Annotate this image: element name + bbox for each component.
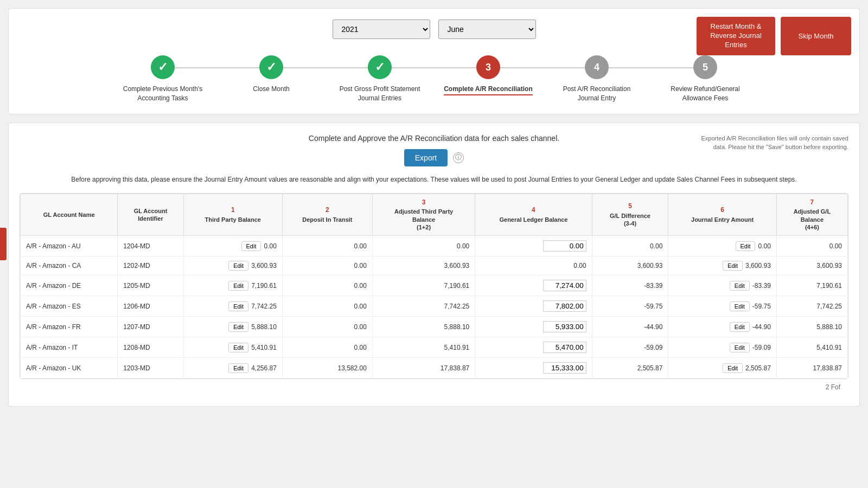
table-row: A/R - Amazon - ES 1206-MD Edit 7,742.25 … bbox=[21, 296, 848, 317]
step-4: 3 Complete A/R Reconciliation bbox=[434, 55, 542, 94]
cell-adj-gl: 7,742.25 bbox=[776, 296, 847, 317]
top-right-buttons: Restart Month & Reverse Journal Entries … bbox=[697, 17, 851, 55]
col-adj-gl: 7 Adjusted G/LBalance(4+6) bbox=[776, 194, 847, 235]
cell-third-party: Edit 4,256.87 bbox=[183, 358, 282, 378]
restart-button[interactable]: Restart Month & Reverse Journal Entries bbox=[697, 17, 775, 55]
edit-third-party-btn[interactable]: Edit bbox=[241, 241, 261, 251]
table-row: A/R - Amazon - CA 1202-MD Edit 3,600.93 … bbox=[21, 256, 848, 275]
cell-gl-balance bbox=[475, 236, 592, 256]
pagination: 2 Fof bbox=[20, 379, 848, 395]
edit-journal-btn[interactable]: Edit bbox=[730, 343, 750, 352]
export-center: Complete and Approve the A/R Reconciliat… bbox=[171, 134, 697, 166]
step-1: ✓ Complete Previous Month'sAccounting Ta… bbox=[108, 55, 217, 103]
cell-deposit: 0.00 bbox=[282, 275, 372, 296]
step-3-circle: ✓ bbox=[368, 55, 392, 79]
cell-adj-gl: 17,838.87 bbox=[776, 358, 847, 378]
cell-deposit: 0.00 bbox=[282, 337, 372, 358]
cell-id: 1206-MD bbox=[118, 296, 183, 317]
edit-third-party-btn[interactable]: Edit bbox=[228, 261, 248, 271]
export-note: Exported A/R Reconciliation files will o… bbox=[697, 134, 848, 152]
step-5: 4 Post A/R ReconciliationJournal Entry bbox=[542, 55, 651, 103]
step-1-circle: ✓ bbox=[151, 55, 175, 79]
gl-balance-input[interactable] bbox=[543, 240, 586, 252]
step-6-label: Review Refund/GeneralAllowance Fees bbox=[671, 85, 739, 103]
cell-name: A/R - Amazon - FR bbox=[21, 317, 118, 337]
cell-deposit: 13,582.00 bbox=[282, 358, 372, 378]
col-journal: 6 Journal Entry Amount bbox=[668, 194, 776, 235]
cell-journal: Edit -44.90 bbox=[668, 317, 776, 337]
edit-third-party-btn[interactable]: Edit bbox=[228, 363, 248, 373]
cell-name: A/R - Amazon - IT bbox=[21, 337, 118, 358]
steps-row: ✓ Complete Previous Month'sAccounting Ta… bbox=[20, 55, 848, 103]
gl-balance-input[interactable] bbox=[543, 321, 586, 332]
year-select[interactable]: 2021 2022 2023 bbox=[333, 20, 430, 39]
cell-id: 1207-MD bbox=[118, 317, 183, 337]
main-description: Complete and Approve the A/R Reconciliat… bbox=[171, 134, 697, 143]
cell-adj-gl: 5,888.10 bbox=[776, 317, 847, 337]
reconciliation-table: GL Account Name GL AccountIdentifier 1 T… bbox=[20, 194, 848, 378]
cell-journal: Edit 3,600.93 bbox=[668, 256, 776, 275]
main-card: Complete and Approve the A/R Reconciliat… bbox=[8, 123, 860, 407]
warning-text: Before approving this data, please ensur… bbox=[20, 175, 848, 185]
cell-adj-gl: 7,190.61 bbox=[776, 275, 847, 296]
cell-adj-third: 5,410.91 bbox=[372, 337, 475, 358]
step-4-label: Complete A/R Reconciliation bbox=[444, 85, 533, 94]
cell-gl-balance bbox=[475, 275, 592, 296]
export-button[interactable]: Export bbox=[404, 149, 448, 166]
info-icon[interactable]: ⓘ bbox=[453, 152, 464, 163]
cell-id: 1205-MD bbox=[118, 275, 183, 296]
month-select[interactable]: JanuaryFebruaryMarch AprilMayJune JulyAu… bbox=[438, 20, 536, 39]
gl-balance-input[interactable] bbox=[543, 300, 586, 312]
cell-gl-balance bbox=[475, 358, 592, 378]
edit-journal-btn[interactable]: Edit bbox=[736, 241, 756, 251]
skip-button[interactable]: Skip Month bbox=[781, 17, 851, 55]
cell-name: A/R - Amazon - DE bbox=[21, 275, 118, 296]
cell-adj-third: 5,888.10 bbox=[372, 317, 475, 337]
table-row: A/R - Amazon - IT 1208-MD Edit 5,410.91 … bbox=[21, 337, 848, 358]
cell-gl-balance bbox=[475, 296, 592, 317]
col-adj-third: 3 Adjusted Third PartyBalance(1+2) bbox=[372, 194, 475, 235]
edit-journal-btn[interactable]: Edit bbox=[730, 322, 750, 332]
step-1-label: Complete Previous Month'sAccounting Task… bbox=[123, 85, 202, 103]
cell-third-party: Edit 0.00 bbox=[183, 236, 282, 256]
edit-third-party-btn[interactable]: Edit bbox=[228, 281, 248, 291]
cell-journal: Edit 2,505.87 bbox=[668, 358, 776, 378]
edit-journal-btn[interactable]: Edit bbox=[723, 261, 743, 271]
export-row: Export ⓘ bbox=[171, 149, 697, 166]
cell-gl-diff: -44.90 bbox=[592, 317, 668, 337]
step-2: ✓ Close Month bbox=[217, 55, 326, 94]
table-container: GL Account Name GL AccountIdentifier 1 T… bbox=[20, 193, 848, 379]
col-third-party: 1 Third Party Balance bbox=[183, 194, 282, 235]
gl-balance-input[interactable] bbox=[543, 280, 586, 291]
edit-third-party-btn[interactable]: Edit bbox=[228, 343, 248, 352]
cell-gl-diff: 3,600.93 bbox=[592, 256, 668, 275]
step-3: ✓ Post Gross Profit StatementJournal Ent… bbox=[326, 55, 434, 103]
step-5-circle: 4 bbox=[585, 55, 609, 79]
cell-deposit: 0.00 bbox=[282, 256, 372, 275]
cell-third-party: Edit 7,190.61 bbox=[183, 275, 282, 296]
gl-balance-input[interactable] bbox=[543, 362, 586, 374]
table-row: A/R - Amazon - DE 1205-MD Edit 7,190.61 … bbox=[21, 275, 848, 296]
cell-name: A/R - Amazon - AU bbox=[21, 236, 118, 256]
step-2-circle: ✓ bbox=[259, 55, 283, 79]
cell-gl-balance bbox=[475, 317, 592, 337]
cell-journal: Edit -59.09 bbox=[668, 337, 776, 358]
cell-gl-diff: 0.00 bbox=[592, 236, 668, 256]
cell-name: A/R - Amazon - UK bbox=[21, 358, 118, 378]
col-gl-account-name: GL Account Name bbox=[21, 194, 118, 235]
cell-third-party: Edit 7,742.25 bbox=[183, 296, 282, 317]
cell-journal: Edit -59.75 bbox=[668, 296, 776, 317]
col-deposit: 2 Deposit In Transit bbox=[282, 194, 372, 235]
cell-adj-third: 3,600.93 bbox=[372, 256, 475, 275]
edit-third-party-btn[interactable]: Edit bbox=[228, 322, 248, 332]
cell-id: 1204-MD bbox=[118, 236, 183, 256]
edit-journal-btn[interactable]: Edit bbox=[730, 301, 750, 311]
cell-journal: Edit 0.00 bbox=[668, 236, 776, 256]
table-row: A/R - Amazon - UK 1203-MD Edit 4,256.87 … bbox=[21, 358, 848, 378]
cell-adj-third: 17,838.87 bbox=[372, 358, 475, 378]
edit-journal-btn[interactable]: Edit bbox=[730, 281, 750, 291]
edit-journal-btn[interactable]: Edit bbox=[723, 363, 743, 373]
cell-name: A/R - Amazon - CA bbox=[21, 256, 118, 275]
edit-third-party-btn[interactable]: Edit bbox=[228, 301, 248, 311]
gl-balance-input[interactable] bbox=[543, 342, 586, 353]
